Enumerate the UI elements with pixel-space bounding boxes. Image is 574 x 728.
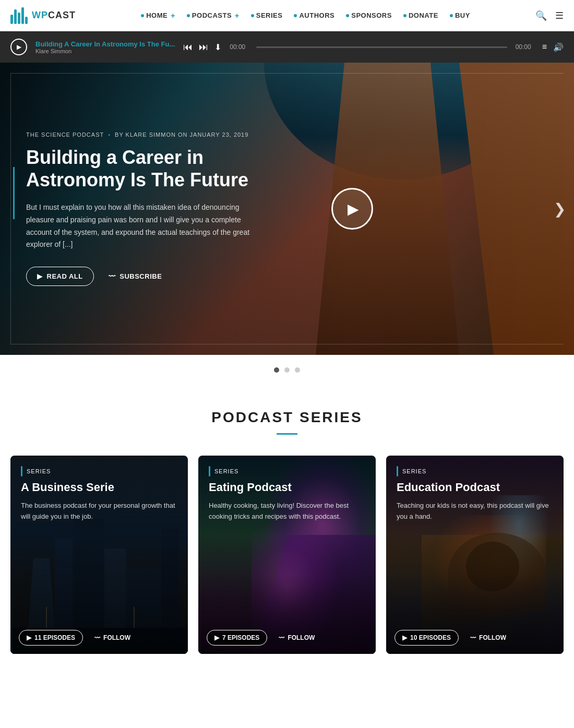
player-title: Building A Career In Astronomy Is The Fu… (35, 40, 175, 48)
navbar-icons: 🔍 ☰ (535, 10, 564, 21)
episodes-label-education: 10 EPISODES (410, 634, 451, 641)
nav-item-donate[interactable]: DONATE (399, 9, 443, 21)
nav-item-series[interactable]: SERIES (247, 9, 287, 21)
read-all-label: READ ALL (47, 272, 83, 280)
hero-meta-date: BY KLARE SIMMON ON JANUARY 23, 2019 (115, 132, 248, 138)
player-play-icon: ▶ (17, 43, 21, 51)
nav-dot-podcasts (187, 14, 190, 17)
card-desc-education: Teaching our kids is not easy, this podc… (397, 500, 553, 522)
hero-content: THE SCIENCE PODCAST • BY KLARE SIMMON ON… (0, 63, 316, 355)
logo-text: WPCAST (32, 10, 76, 21)
section-title: PODCAST SERIES (0, 409, 574, 426)
slider-dot-2[interactable] (284, 367, 290, 373)
card-title-eating: Eating Podcast (209, 481, 365, 494)
hero-next-button[interactable]: ❯ (554, 200, 566, 218)
series-card-education[interactable]: SERIES Education Podcast Teaching our ki… (386, 456, 564, 654)
rss-icon-business: 〰 (94, 635, 100, 641)
episodes-label-business: 11 EPISODES (34, 634, 75, 641)
card-desc-eating: Healthy cooking, tasty living! Discover … (209, 500, 365, 522)
nav-item-podcasts[interactable]: PODCASTS + (183, 9, 244, 22)
podcast-series-section: PODCAST SERIES (0, 388, 574, 685)
nav-item-buy[interactable]: BUY (446, 9, 474, 21)
nav-item-authors[interactable]: AUTHORS (290, 9, 339, 21)
hero-description: But I must explain to you how all this m… (26, 201, 250, 251)
hamburger-icon[interactable]: ☰ (555, 10, 564, 21)
rss-icon-eating: 〰 (279, 635, 284, 641)
episodes-button-business[interactable]: ▶ 11 EPISODES (19, 630, 83, 646)
playlist-icon[interactable]: ≡ (542, 42, 547, 52)
player-progress-bar[interactable] (256, 46, 507, 48)
section-header: PODCAST SERIES (0, 399, 574, 456)
card-title-education: Education Podcast (397, 481, 553, 494)
slider-dot-1[interactable] (274, 367, 279, 373)
follow-label-business: FOLLOW (103, 634, 130, 641)
hero-podcast-name: THE SCIENCE PODCAST (26, 132, 104, 138)
volume-icon[interactable]: 🔊 (553, 42, 564, 52)
card-footer-eating: ▶ 7 EPISODES 〰 FOLLOW (207, 630, 367, 646)
follow-label-education: FOLLOW (479, 634, 506, 641)
logo[interactable]: WPCAST (10, 7, 76, 24)
rss-icon: 〰 (109, 272, 116, 280)
follow-button-eating[interactable]: 〰 FOLLOW (273, 630, 320, 645)
hero-play-icon: ▶ (348, 200, 359, 218)
read-all-button[interactable]: ▶ READ ALL (26, 267, 94, 286)
card-series-label-business: SERIES (21, 466, 177, 476)
card-title-business: A Business Serie (21, 481, 177, 494)
play-icon-business: ▶ (27, 634, 31, 641)
hero-meta: THE SCIENCE PODCAST • BY KLARE SIMMON ON… (26, 132, 290, 138)
nav-item-home[interactable]: HOME + (137, 9, 180, 22)
hero-meta-dot: • (108, 132, 111, 138)
series-card-business[interactable]: SERIES A Business Serie The business pod… (10, 456, 188, 654)
player-time-current: 00:00 (230, 43, 248, 51)
player-time-total: 00:00 (516, 43, 534, 51)
card-footer-business: ▶ 11 EPISODES 〰 FOLLOW (19, 630, 180, 646)
card-content-eating: SERIES Eating Podcast Healthy cooking, t… (198, 456, 376, 654)
card-content-education: SERIES Education Podcast Teaching our ki… (386, 456, 564, 654)
hero-play-button[interactable]: ▶ (331, 188, 373, 230)
nav-item-sponsors[interactable]: SPONSORS (342, 9, 396, 21)
navbar: WPCAST HOME + PODCASTS + SERIES AUTHORS … (0, 0, 574, 31)
hero-title: Building a Career in Astronomy Is The Fu… (26, 146, 290, 191)
hero-slider: THE SCIENCE PODCAST • BY KLARE SIMMON ON… (0, 63, 574, 355)
nav-menu: HOME + PODCASTS + SERIES AUTHORS SPONSOR… (137, 9, 474, 22)
nav-dot-home (141, 14, 144, 17)
search-icon[interactable]: 🔍 (535, 10, 547, 21)
hero-buttons: ▶ READ ALL 〰 SUBSCRIBE (26, 267, 290, 286)
slider-dot-3[interactable] (295, 367, 300, 373)
nav-dot-authors (294, 14, 297, 17)
follow-label-eating: FOLLOW (288, 634, 315, 641)
player-controls: ⏮ ⏭ ⬇ (183, 42, 221, 53)
player-play-button[interactable]: ▶ (10, 39, 27, 55)
card-series-label-eating: SERIES (209, 466, 365, 476)
episodes-label-eating: 7 EPISODES (222, 634, 259, 641)
player-extra-controls: ≡ 🔊 (542, 42, 564, 52)
skip-forward-icon[interactable]: ⏭ (199, 42, 208, 53)
rss-icon-education: 〰 (470, 635, 476, 641)
nav-plus-podcasts: + (235, 11, 240, 20)
card-series-label-education: SERIES (397, 466, 553, 476)
card-accent-bar-education (397, 466, 398, 476)
player-bar: ▶ Building A Career In Astronomy Is The … (0, 31, 574, 63)
follow-button-education[interactable]: 〰 FOLLOW (465, 630, 511, 645)
card-accent-bar-eating (209, 466, 210, 476)
nav-dot-buy (450, 14, 453, 17)
follow-button-business[interactable]: 〰 FOLLOW (89, 630, 136, 645)
episodes-button-education[interactable]: ▶ 10 EPISODES (394, 630, 459, 646)
card-accent-bar-business (21, 466, 22, 476)
card-footer-education: ▶ 10 EPISODES 〰 FOLLOW (394, 630, 555, 646)
play-icon-education: ▶ (402, 634, 407, 641)
series-card-eating[interactable]: SERIES Eating Podcast Healthy cooking, t… (198, 456, 376, 654)
download-icon[interactable]: ⬇ (214, 42, 221, 52)
subscribe-button[interactable]: 〰 SUBSCRIBE (100, 267, 171, 286)
nav-dot-series (251, 14, 254, 17)
nav-dot-sponsors (346, 14, 349, 17)
player-info: Building A Career In Astronomy Is The Fu… (35, 40, 175, 54)
play-icon-small: ▶ (37, 272, 43, 280)
skip-back-icon[interactable]: ⏮ (183, 42, 193, 53)
nav-plus-home: + (171, 11, 175, 20)
episodes-button-eating[interactable]: ▶ 7 EPISODES (207, 630, 267, 646)
logo-icon (10, 7, 28, 24)
play-icon-eating: ▶ (214, 634, 219, 641)
card-content-business: SERIES A Business Serie The business pod… (10, 456, 188, 654)
series-cards-grid: SERIES A Business Serie The business pod… (0, 456, 574, 685)
